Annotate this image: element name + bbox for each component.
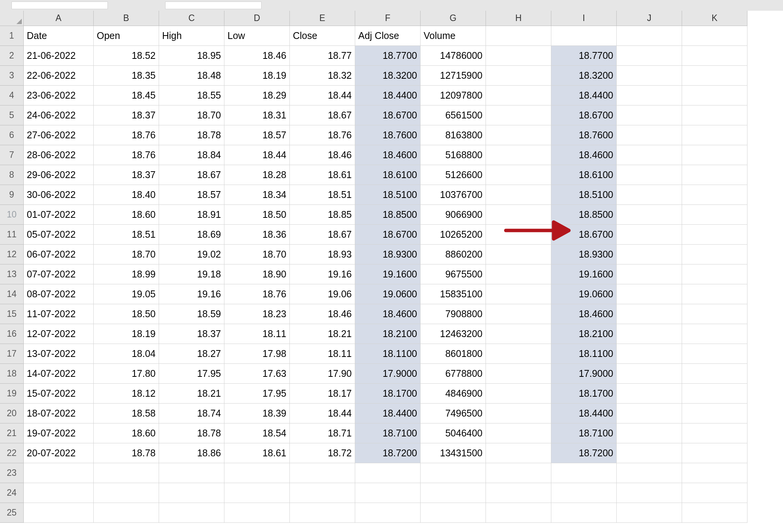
- cell-B14[interactable]: 19.05: [94, 284, 159, 304]
- cell-G2[interactable]: 14786000: [421, 46, 486, 66]
- cell-C12[interactable]: 19.02: [159, 245, 224, 264]
- cell-H3[interactable]: [486, 66, 551, 86]
- cell-F6[interactable]: 18.7600: [355, 125, 421, 145]
- cell-C14[interactable]: 19.16: [159, 284, 224, 304]
- cell-B19[interactable]: 18.12: [94, 384, 159, 404]
- row-header-5[interactable]: 5: [0, 105, 24, 125]
- cell-K11[interactable]: [682, 225, 747, 245]
- cell-I23[interactable]: [551, 463, 617, 483]
- cell-D16[interactable]: 18.11: [224, 324, 290, 344]
- row-header-18[interactable]: 18: [0, 364, 24, 384]
- cell-K16[interactable]: [682, 324, 747, 344]
- cell-K13[interactable]: [682, 264, 747, 284]
- cell-A11[interactable]: 05-07-2022: [24, 225, 94, 245]
- cell-E16[interactable]: 18.21: [290, 324, 355, 344]
- cell-E6[interactable]: 18.76: [290, 125, 355, 145]
- cell-D12[interactable]: 18.70: [224, 245, 290, 264]
- cell-H14[interactable]: [486, 284, 551, 304]
- cell-A2[interactable]: 21-06-2022: [24, 46, 94, 66]
- cell-J9[interactable]: [617, 185, 682, 205]
- cell-D13[interactable]: 18.90: [224, 264, 290, 284]
- cell-H8[interactable]: [486, 165, 551, 185]
- cell-K6[interactable]: [682, 125, 747, 145]
- cell-F16[interactable]: 18.2100: [355, 324, 421, 344]
- cell-B8[interactable]: 18.37: [94, 165, 159, 185]
- cell-B22[interactable]: 18.78: [94, 443, 159, 463]
- cell-K8[interactable]: [682, 165, 747, 185]
- cell-C8[interactable]: 18.67: [159, 165, 224, 185]
- cell-B13[interactable]: 18.99: [94, 264, 159, 284]
- cell-F7[interactable]: 18.4600: [355, 145, 421, 165]
- cell-J21[interactable]: [617, 423, 682, 443]
- cell-G16[interactable]: 12463200: [421, 324, 486, 344]
- col-header-I[interactable]: I: [551, 11, 617, 26]
- row-header-13[interactable]: 13: [0, 264, 24, 284]
- cell-B20[interactable]: 18.58: [94, 404, 159, 423]
- col-header-H[interactable]: H: [486, 11, 551, 26]
- cell-H1[interactable]: [486, 26, 551, 46]
- cell-A12[interactable]: 06-07-2022: [24, 245, 94, 264]
- cell-E13[interactable]: 19.16: [290, 264, 355, 284]
- cell-F18[interactable]: 17.9000: [355, 364, 421, 384]
- select-all-corner[interactable]: [0, 11, 24, 26]
- cell-K25[interactable]: [682, 503, 747, 523]
- cell-J13[interactable]: [617, 264, 682, 284]
- cell-I24[interactable]: [551, 483, 617, 503]
- cell-C10[interactable]: 18.91: [159, 205, 224, 225]
- cell-E25[interactable]: [290, 503, 355, 523]
- cell-B6[interactable]: 18.76: [94, 125, 159, 145]
- row-header-16[interactable]: 16: [0, 324, 24, 344]
- formula-bar-slot[interactable]: [165, 2, 262, 9]
- cell-J18[interactable]: [617, 364, 682, 384]
- cell-K2[interactable]: [682, 46, 747, 66]
- cell-D4[interactable]: 18.29: [224, 86, 290, 105]
- cell-A9[interactable]: 30-06-2022: [24, 185, 94, 205]
- cell-G11[interactable]: 10265200: [421, 225, 486, 245]
- cell-G5[interactable]: 6561500: [421, 105, 486, 125]
- cell-I18[interactable]: 17.9000: [551, 364, 617, 384]
- cell-D1[interactable]: Low: [224, 26, 290, 46]
- cell-H9[interactable]: [486, 185, 551, 205]
- cell-B3[interactable]: 18.35: [94, 66, 159, 86]
- cell-F19[interactable]: 18.1700: [355, 384, 421, 404]
- cell-E4[interactable]: 18.44: [290, 86, 355, 105]
- cell-F21[interactable]: 18.7100: [355, 423, 421, 443]
- cell-E9[interactable]: 18.51: [290, 185, 355, 205]
- cell-F12[interactable]: 18.9300: [355, 245, 421, 264]
- cell-A16[interactable]: 12-07-2022: [24, 324, 94, 344]
- cell-J20[interactable]: [617, 404, 682, 423]
- cell-K18[interactable]: [682, 364, 747, 384]
- cell-E12[interactable]: 18.93: [290, 245, 355, 264]
- cell-A3[interactable]: 22-06-2022: [24, 66, 94, 86]
- cell-I1[interactable]: [551, 26, 617, 46]
- cell-F3[interactable]: 18.3200: [355, 66, 421, 86]
- row-header-4[interactable]: 4: [0, 86, 24, 105]
- cell-D7[interactable]: 18.44: [224, 145, 290, 165]
- cell-C7[interactable]: 18.84: [159, 145, 224, 165]
- cell-E5[interactable]: 18.67: [290, 105, 355, 125]
- cell-I10[interactable]: 18.8500: [551, 205, 617, 225]
- cell-J17[interactable]: [617, 344, 682, 364]
- cell-F13[interactable]: 19.1600: [355, 264, 421, 284]
- cell-H6[interactable]: [486, 125, 551, 145]
- cell-B15[interactable]: 18.50: [94, 304, 159, 324]
- cell-B16[interactable]: 18.19: [94, 324, 159, 344]
- cell-A5[interactable]: 24-06-2022: [24, 105, 94, 125]
- cell-A19[interactable]: 15-07-2022: [24, 384, 94, 404]
- cell-E11[interactable]: 18.67: [290, 225, 355, 245]
- cell-E3[interactable]: 18.32: [290, 66, 355, 86]
- cell-B12[interactable]: 18.70: [94, 245, 159, 264]
- cell-H15[interactable]: [486, 304, 551, 324]
- cell-G1[interactable]: Volume: [421, 26, 486, 46]
- cell-F23[interactable]: [355, 463, 421, 483]
- cell-H18[interactable]: [486, 364, 551, 384]
- cell-F9[interactable]: 18.5100: [355, 185, 421, 205]
- cell-A25[interactable]: [24, 503, 94, 523]
- cell-G17[interactable]: 8601800: [421, 344, 486, 364]
- cell-C13[interactable]: 19.18: [159, 264, 224, 284]
- cell-I3[interactable]: 18.3200: [551, 66, 617, 86]
- cell-D19[interactable]: 17.95: [224, 384, 290, 404]
- cell-K20[interactable]: [682, 404, 747, 423]
- cell-I7[interactable]: 18.4600: [551, 145, 617, 165]
- cell-B17[interactable]: 18.04: [94, 344, 159, 364]
